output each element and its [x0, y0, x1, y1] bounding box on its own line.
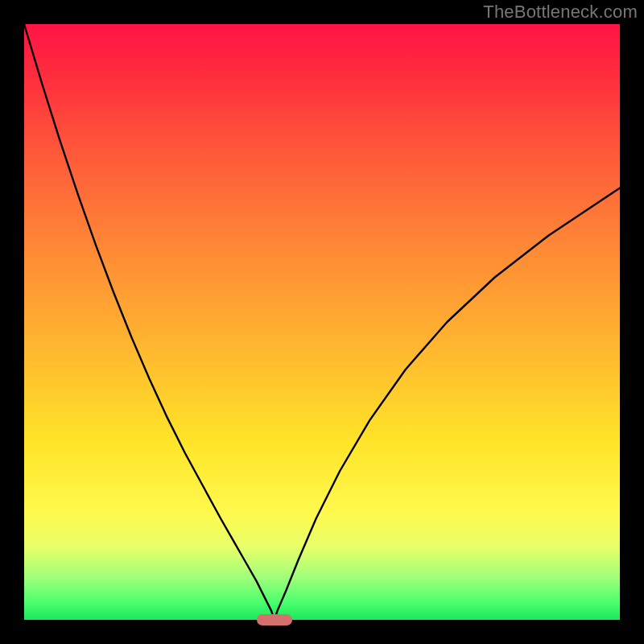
- watermark-text: TheBottleneck.com: [483, 2, 638, 23]
- curve-path: [24, 24, 620, 620]
- plot-area: [24, 24, 620, 620]
- bottleneck-curve: [24, 24, 620, 620]
- optimal-point-marker: [257, 614, 292, 625]
- chart-frame: TheBottleneck.com: [0, 0, 644, 644]
